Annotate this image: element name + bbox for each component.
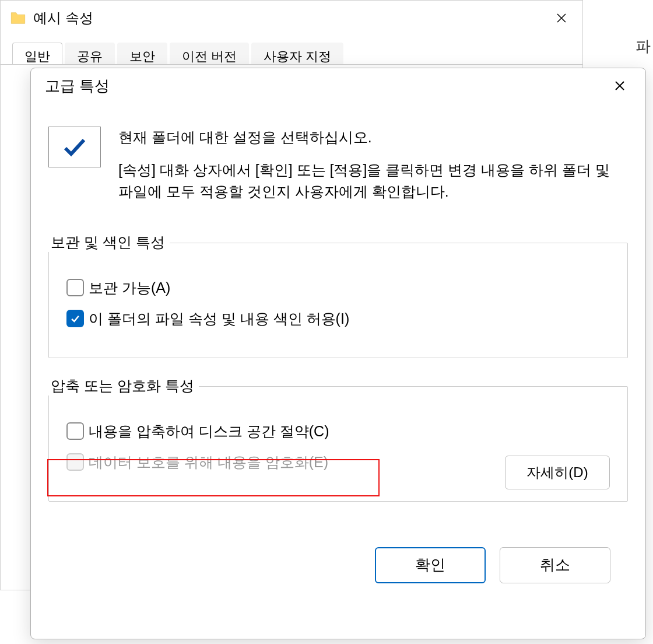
index-row: 이 폴더의 파일 속성 및 내용 색인 허용(I): [66, 309, 610, 328]
intro-text: 현재 폴더에 대한 설정을 선택하십시오. [속성] 대화 상자에서 [확인] …: [118, 127, 628, 214]
dialog-buttons: 확인 취소: [48, 530, 628, 583]
archive-index-group: 보관 및 색인 특성 보관 가능(A) 이 폴더의 파일 속성 및 내용 색인 …: [48, 243, 628, 358]
archive-label: 보관 가능(A): [89, 278, 170, 298]
advanced-close-button[interactable]: [608, 74, 631, 97]
compress-encrypt-legend: 압축 또는 암호화 특성: [46, 376, 199, 396]
encrypt-checkbox: [66, 453, 84, 471]
cancel-button[interactable]: 취소: [500, 547, 610, 583]
details-button[interactable]: 자세히(D): [505, 456, 610, 489]
tab-security[interactable]: 보안: [117, 43, 167, 64]
properties-tabs: 일반 공유 보안 이전 버전 사용자 지정: [1, 36, 582, 65]
archive-row: 보관 가능(A): [66, 278, 610, 298]
index-checkbox[interactable]: [66, 310, 84, 327]
advanced-titlebar: 고급 특성: [31, 68, 645, 103]
compress-row: 내용을 압축하여 디스크 공간 절약(C): [66, 422, 610, 441]
tab-previous-versions[interactable]: 이전 버전: [170, 43, 249, 64]
tab-general[interactable]: 일반: [12, 43, 62, 64]
checkmark-icon: [48, 127, 101, 167]
intro-line-1: 현재 폴더에 대한 설정을 선택하십시오.: [118, 127, 628, 149]
encrypt-label: 데이터 보호를 위해 내용을 암호화(E): [89, 453, 328, 472]
properties-titlebar: 예시 속성: [1, 1, 582, 36]
intro-line-2: [속성] 대화 상자에서 [확인] 또는 [적용]을 클릭하면 변경 내용을 하…: [118, 159, 628, 203]
intro-row: 현재 폴더에 대한 설정을 선택하십시오. [속성] 대화 상자에서 [확인] …: [48, 127, 628, 214]
compress-checkbox[interactable]: [66, 422, 84, 440]
right-edge-fragment: 파: [636, 36, 651, 57]
folder-icon: [10, 11, 26, 25]
compress-encrypt-group: 압축 또는 암호화 특성 내용을 압축하여 디스크 공간 절약(C) 데이터 보…: [48, 386, 628, 502]
archive-checkbox[interactable]: [66, 279, 84, 296]
advanced-attributes-dialog: 고급 특성 현재 폴더에 대한 설정을 선택하십시오. [속성] 대화 상자에서…: [30, 68, 646, 639]
properties-title: 예시 속성: [33, 9, 93, 27]
index-label: 이 폴더의 파일 속성 및 내용 색인 허용(I): [89, 309, 349, 328]
ok-button[interactable]: 확인: [375, 547, 486, 583]
compress-label: 내용을 압축하여 디스크 공간 절약(C): [89, 422, 329, 441]
archive-index-legend: 보관 및 색인 특성: [46, 233, 170, 252]
properties-close-button[interactable]: [550, 6, 573, 30]
advanced-body: 현재 폴더에 대한 설정을 선택하십시오. [속성] 대화 상자에서 [확인] …: [31, 103, 645, 583]
tab-sharing[interactable]: 공유: [65, 43, 115, 64]
advanced-title: 고급 특성: [45, 76, 110, 96]
tab-customize[interactable]: 사용자 지정: [251, 43, 343, 64]
